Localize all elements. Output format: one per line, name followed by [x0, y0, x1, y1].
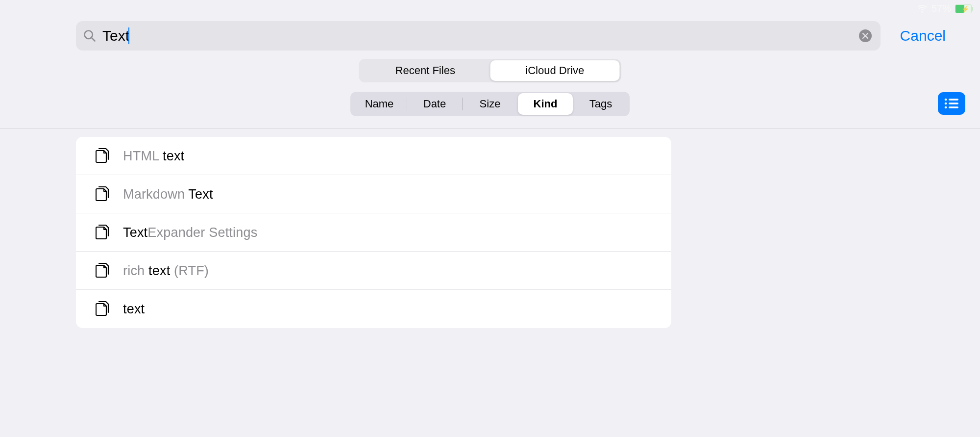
result-label: Markdown Text	[123, 187, 213, 202]
search-field-container[interactable]: Text	[76, 21, 881, 51]
search-icon	[83, 29, 97, 43]
scope-tab-recent-files[interactable]: Recent Files	[361, 60, 490, 81]
document-stack-icon	[96, 148, 111, 164]
divider	[0, 128, 980, 129]
search-input[interactable]: Text	[102, 27, 129, 44]
search-row: Text Cancel	[76, 21, 965, 51]
list-icon	[944, 98, 959, 109]
scope-tab-icloud-drive[interactable]: iCloud Drive	[490, 60, 620, 81]
sort-tab-tags[interactable]: Tags	[573, 93, 628, 115]
document-stack-icon	[96, 186, 111, 203]
battery-percent-text: 57%	[931, 3, 951, 14]
sort-tab-name[interactable]: Name	[352, 93, 407, 115]
svg-point-0	[921, 11, 923, 12]
document-stack-icon	[96, 262, 111, 279]
document-stack-icon	[96, 224, 111, 241]
search-result-row[interactable]: text	[76, 290, 671, 328]
battery-icon: ⚡	[955, 4, 973, 13]
clear-search-button[interactable]	[859, 29, 872, 42]
svg-rect-6	[949, 99, 958, 100]
search-result-row[interactable]: Markdown Text	[76, 175, 671, 213]
result-label: text	[123, 302, 145, 317]
scope-segmented-control: Recent FilesiCloud Drive	[359, 59, 621, 82]
search-results-panel: HTML text Markdown Text TextExpander Set…	[76, 137, 671, 328]
result-label: rich text (RTF)	[123, 263, 209, 279]
svg-rect-8	[949, 103, 958, 104]
document-stack-icon	[96, 301, 111, 317]
svg-point-7	[945, 103, 947, 105]
text-cursor	[128, 27, 129, 44]
svg-line-2	[92, 38, 95, 41]
search-result-row[interactable]: HTML text	[76, 137, 671, 175]
result-label: HTML text	[123, 149, 184, 164]
wifi-icon	[917, 3, 928, 14]
search-result-row[interactable]: TextExpander Settings	[76, 213, 671, 252]
svg-point-5	[945, 99, 947, 101]
svg-point-9	[945, 106, 947, 109]
search-result-row[interactable]: rich text (RTF)	[76, 252, 671, 290]
svg-rect-10	[949, 106, 958, 108]
result-label: TextExpander Settings	[123, 225, 257, 240]
sort-tab-kind[interactable]: Kind	[518, 93, 573, 115]
sort-tab-size[interactable]: Size	[463, 93, 517, 115]
list-view-button[interactable]	[938, 92, 965, 115]
cancel-button[interactable]: Cancel	[900, 27, 965, 44]
status-bar: 57% ⚡	[917, 3, 973, 14]
sort-segmented-control: NameDateSizeKindTags	[350, 92, 630, 116]
sort-tab-date[interactable]: Date	[407, 93, 462, 115]
